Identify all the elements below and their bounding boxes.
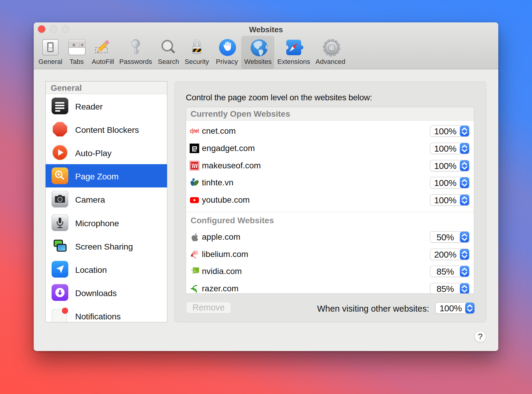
svg-text:c|net: c|net — [190, 127, 199, 134]
